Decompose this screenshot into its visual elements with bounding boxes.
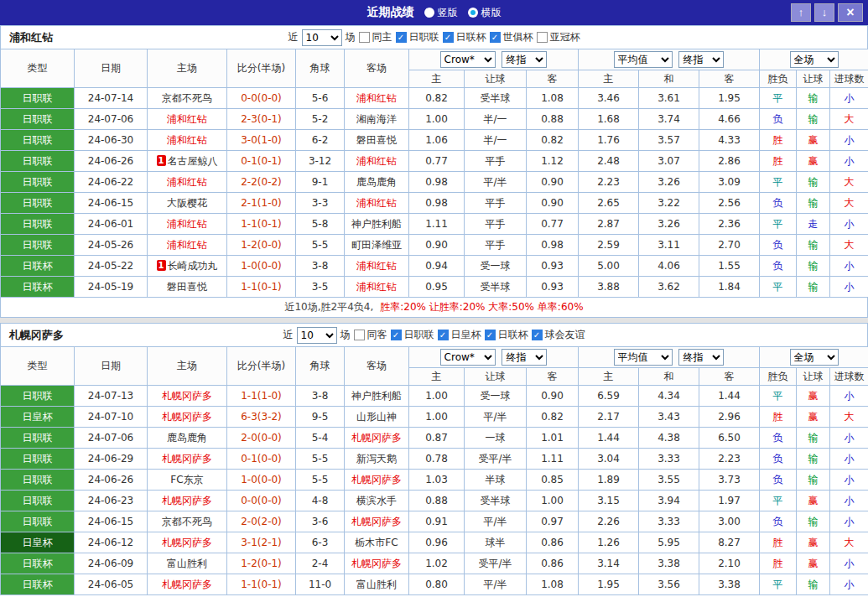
away-team-cell: 山形山神	[345, 407, 409, 428]
league-cell: 日职联	[1, 130, 75, 151]
goals-outcome-cell: 大	[830, 235, 868, 256]
corners-cell: 3-6	[296, 511, 345, 532]
match-row: 日皇杯24-07-10札幌冈萨多6-3(3-2)9-5山形山神1.00平/半0.…	[1, 407, 868, 428]
avg-home-cell: 1.76	[579, 130, 639, 151]
outcome-cell: 平	[760, 214, 797, 235]
goals-outcome-cell: 小	[830, 256, 868, 277]
away-team-cell: 湘南海洋	[345, 109, 409, 130]
home-team-cell: 札幌冈萨多	[148, 386, 227, 407]
odds-handicap-cell: 受半球	[465, 491, 527, 511]
move-down-button[interactable]: ↓	[814, 3, 834, 22]
odds-stage-select[interactable]: 终指	[502, 51, 547, 68]
home-team-cell: 京都不死鸟	[148, 511, 227, 532]
th-score: 比分(半场)	[227, 49, 296, 88]
move-up-button[interactable]: ↑	[791, 3, 811, 22]
handicap-outcome-cell: 赢	[797, 491, 830, 511]
checkbox-checked-icon: ✓	[532, 330, 543, 340]
avg-away-cell: 3.00	[699, 511, 760, 532]
odds-away-cell: 0.93	[527, 277, 579, 298]
radio-label: 横版	[481, 6, 502, 20]
odds-home-cell: 0.90	[409, 235, 465, 256]
team-name: 札幌冈萨多	[162, 579, 212, 590]
team2-filter-checkboxes: 同客✓日职联✓日皇杯✓日联杯✓球会友谊	[354, 328, 585, 342]
team-name: 富山胜利	[356, 579, 397, 590]
league-cell: 日联杯	[1, 553, 75, 574]
avg-away-cell: 2.70	[699, 235, 760, 256]
odds-home-cell: 1.06	[409, 130, 465, 151]
odds-home-cell: 0.96	[409, 532, 465, 553]
odds-provider-select[interactable]: Crow*	[440, 349, 496, 366]
filter-checkbox[interactable]: ✓世俱杯	[490, 30, 533, 44]
checkbox-label: 日职联	[404, 328, 434, 342]
team1-matches-table: 类型 日期 主场 比分(半场) 角球 客场 Crow* 终指 平均值 终指 全场…	[0, 49, 868, 298]
handicap-outcome-cell: 赢	[797, 532, 830, 553]
odds-away-cell: 0.82	[527, 130, 579, 151]
filter-checkbox[interactable]: ✓日联杯	[443, 30, 486, 44]
games-count-select[interactable]: 10	[302, 29, 342, 46]
corners-cell: 3-8	[296, 386, 345, 407]
odds-handicap-cell: 平/半	[465, 574, 527, 595]
avg-stage-select[interactable]: 终指	[678, 51, 724, 68]
avg-dropdown-cell: 平均值 终指	[579, 49, 760, 70]
avg-draw-cell: 3.07	[639, 151, 699, 172]
odds-home-cell: 1.00	[409, 386, 465, 407]
games-count-select[interactable]: 10	[297, 327, 337, 344]
avg-odds-select[interactable]: 平均值	[614, 51, 673, 68]
window-buttons: ↑ ↓ ×	[791, 3, 863, 22]
filter-checkbox[interactable]: ✓日皇杯	[438, 328, 481, 342]
radio-icon	[468, 8, 478, 18]
league-cell: 日皇杯	[1, 532, 75, 553]
title-group: 近期战绩 竖版横版	[367, 0, 502, 25]
avg-stage-select[interactable]: 终指	[678, 349, 724, 366]
odds-handicap-cell: 一球	[465, 428, 527, 449]
avg-odds-select[interactable]: 平均值	[614, 349, 673, 366]
filter-checkbox[interactable]: ✓日职联	[396, 30, 439, 44]
section-bar-team1: 浦和红钻 近 10 场 同主✓日职联✓日联杯✓世俱杯亚冠杯	[0, 25, 868, 49]
scope-select[interactable]: 全场	[790, 349, 839, 366]
corners-cell: 9-5	[296, 407, 345, 428]
team-name: 磐田喜悦	[356, 134, 397, 146]
filter-checkbox[interactable]: 亚冠杯	[537, 30, 580, 44]
close-button[interactable]: ×	[838, 3, 863, 22]
filter-checkbox[interactable]: ✓球会友谊	[532, 328, 585, 342]
filter-checkbox[interactable]: 同主	[359, 30, 392, 44]
avg-home-cell: 1.26	[579, 532, 639, 553]
handicap-outcome-cell: 走	[797, 214, 830, 235]
th-date: 日期	[75, 347, 148, 386]
handicap-outcome-cell: 输	[797, 428, 830, 449]
view-mode-radio[interactable]: 竖版	[424, 6, 458, 20]
scope-select[interactable]: 全场	[790, 51, 839, 68]
checkbox-checked-icon: ✓	[485, 330, 496, 340]
odds-stage-select[interactable]: 终指	[502, 349, 547, 366]
home-team-cell: 札幌冈萨多	[148, 574, 227, 595]
avg-draw-cell: 5.95	[639, 532, 699, 553]
outcome-cell: 胜	[760, 130, 797, 151]
filter-checkbox[interactable]: 同客	[354, 328, 387, 342]
away-team-cell: 横滨水手	[345, 491, 409, 511]
odds-handicap-cell: 受一球	[465, 386, 527, 407]
filter-checkbox[interactable]: ✓日联杯	[485, 328, 528, 342]
score-cell: 2-3(0-1)	[227, 109, 296, 130]
avg-home-cell: 5.00	[579, 256, 639, 277]
avg-home-cell: 2.23	[579, 172, 639, 193]
checkbox-label: 日联杯	[456, 30, 486, 44]
team-name: 长崎成功丸	[168, 260, 218, 272]
odds-provider-select[interactable]: Crow*	[440, 51, 496, 68]
away-team-cell: 札幌冈萨多	[345, 553, 409, 574]
score-cell: 1-1(0-1)	[227, 574, 296, 595]
date-cell: 24-07-14	[75, 88, 148, 109]
match-row: 日联杯24-06-09富山胜利1-2(0-1)2-4札幌冈萨多1.02受平/半0…	[1, 553, 868, 574]
checkbox-checked-icon: ✓	[391, 330, 402, 340]
odds-away-cell: 0.93	[527, 256, 579, 277]
avg-away-cell: 2.96	[699, 407, 760, 428]
filter-checkbox[interactable]: ✓日职联	[391, 328, 434, 342]
corners-cell: 5-8	[296, 214, 345, 235]
view-mode-radio[interactable]: 横版	[468, 6, 502, 20]
odds-handicap-cell: 半/一	[465, 130, 527, 151]
team-name: 浦和红钻	[167, 113, 207, 125]
team1-filter-checkboxes: 同主✓日职联✓日联杯✓世俱杯亚冠杯	[359, 30, 580, 44]
th-date: 日期	[75, 49, 148, 88]
games-label: 场	[346, 30, 356, 44]
match-row: 日职联24-07-14京都不死鸟0-0(0-0)5-6浦和红钻0.82受半球1.…	[1, 88, 868, 109]
outcome-cell: 胜	[760, 151, 797, 172]
